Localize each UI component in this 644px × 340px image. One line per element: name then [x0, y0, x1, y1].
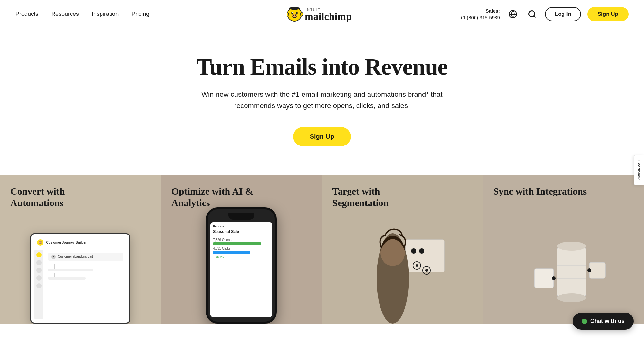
svg-text:mailchimp: mailchimp [305, 11, 352, 22]
phone-header-text: Reports [213, 225, 270, 228]
nav-resources[interactable]: Resources [51, 11, 79, 17]
sidebar-dot-4 [36, 283, 42, 288]
phone-clicks: 4,631 Clicks [213, 247, 270, 250]
svg-point-7 [295, 15, 296, 16]
sidebar-dot-active [36, 252, 42, 257]
chat-label: Chat with us [590, 318, 625, 325]
search-icon [528, 10, 537, 19]
svg-point-20 [419, 248, 424, 254]
sidebar-dot-1 [36, 260, 42, 265]
feature-ai-title: Optimize with AI & Analytics [171, 185, 268, 209]
person-svg [354, 220, 451, 324]
signup-header-button[interactable]: Sign Up [587, 7, 629, 21]
feature-integrations: Sync with Integrations [483, 175, 644, 324]
nav-pricing[interactable]: Pricing [131, 11, 149, 17]
site-header: Products Resources Inspiration Pricing [0, 0, 644, 28]
tablet-sidebar [34, 250, 43, 319]
svg-point-1 [291, 12, 293, 14]
chat-dot [582, 319, 587, 324]
sidebar-dot-2 [36, 268, 42, 273]
sidebar-dot-3 [36, 275, 42, 281]
feature-segmentation: Target with Segmentation [322, 175, 483, 324]
phone-badge: + 66.7% [213, 255, 270, 259]
integrations-svg [515, 220, 612, 324]
svg-point-19 [411, 248, 416, 254]
tablet-header-label: Customer Journey Builder [46, 241, 87, 244]
phone-opens: 7,326 Opens [213, 238, 270, 242]
logo[interactable]: INTUIT mailchimp [287, 6, 358, 23]
phone-divider [213, 236, 270, 236]
flow-node-2 [48, 277, 86, 280]
feature-integrations-title: Sync with Integrations [493, 185, 587, 197]
nav-left: Products Resources Inspiration Pricing [15, 11, 149, 17]
svg-point-34 [552, 276, 556, 280]
signup-hero-button[interactable]: Sign Up [293, 127, 351, 146]
phone-screen: Reports Seasonal Sale 7,326 Opens 4,631 … [210, 222, 272, 317]
journey-node-label: Customer abandons cart [58, 255, 93, 258]
feature-segmentation-title: Target with Segmentation [332, 185, 429, 209]
flow-node-1 [48, 269, 93, 271]
clicks-bar [213, 251, 250, 254]
tablet-logo-icon: 🐒 [37, 239, 43, 246]
svg-rect-27 [557, 246, 586, 298]
feature-ai: Optimize with AI & Analytics Reports Sea… [161, 175, 322, 324]
feature-automations: Convert with Automations 🐒 Customer Jour… [0, 175, 161, 324]
opens-bar [213, 242, 261, 245]
hero-subtitle: Win new customers with the #1 email mark… [193, 89, 451, 111]
connector-line [54, 264, 55, 269]
ai-illustration: Reports Seasonal Sale 7,326 Opens 4,631 … [161, 214, 322, 324]
svg-point-26 [425, 269, 428, 272]
svg-rect-33 [589, 262, 605, 278]
header-right: Sales: +1 (800) 315-5939 Log In Sign Up [460, 7, 629, 21]
tablet-content: ▶ Customer abandons cart [45, 250, 126, 282]
svg-point-4 [297, 12, 297, 13]
globe-icon [508, 10, 517, 19]
journey-node: ▶ Customer abandons cart [48, 253, 123, 261]
svg-point-24 [416, 264, 418, 267]
search-button[interactable] [526, 8, 539, 21]
integrations-illustration [483, 214, 644, 324]
svg-point-35 [587, 268, 591, 272]
language-button[interactable] [506, 8, 519, 21]
hero-title: Turn Emails into Revenue [15, 54, 629, 80]
svg-point-6 [293, 15, 294, 16]
svg-point-2 [296, 12, 298, 14]
segmentation-illustration [322, 214, 483, 324]
svg-point-29 [557, 293, 586, 302]
feedback-tab[interactable]: Feedback [634, 155, 644, 185]
hero-section: Turn Emails into Revenue Win new custome… [0, 28, 644, 175]
svg-point-8 [287, 12, 289, 16]
svg-line-17 [534, 16, 535, 17]
phone-notch [228, 213, 254, 220]
features-section: Convert with Automations 🐒 Customer Jour… [0, 175, 644, 324]
svg-point-9 [300, 12, 303, 16]
tablet-device: 🐒 Customer Journey Builder ▶ Customer ab… [30, 233, 130, 324]
nav-products[interactable]: Products [15, 11, 38, 17]
svg-point-16 [529, 11, 535, 17]
svg-point-28 [557, 242, 586, 251]
chat-button[interactable]: Chat with us [573, 313, 634, 330]
login-button[interactable]: Log In [545, 7, 581, 21]
sales-info: Sales: +1 (800) 315-5939 [460, 7, 500, 21]
svg-rect-32 [534, 269, 554, 288]
tablet-header: 🐒 Customer Journey Builder [34, 237, 126, 248]
sales-phone: +1 (800) 315-5939 [460, 14, 500, 21]
nav-inspiration[interactable]: Inspiration [92, 11, 119, 17]
sales-label: Sales: [460, 7, 500, 14]
feature-automations-title: Convert with Automations [10, 185, 107, 209]
phone-device: Reports Seasonal Sale 7,326 Opens 4,631 … [206, 207, 277, 324]
play-icon: ▶ [51, 255, 56, 259]
phone-campaign-title: Seasonal Sale [213, 229, 270, 234]
connector-line-2 [54, 273, 55, 277]
automations-illustration: 🐒 Customer Journey Builder ▶ Customer ab… [0, 214, 161, 324]
svg-point-3 [292, 12, 293, 13]
svg-rect-11 [291, 7, 298, 10]
